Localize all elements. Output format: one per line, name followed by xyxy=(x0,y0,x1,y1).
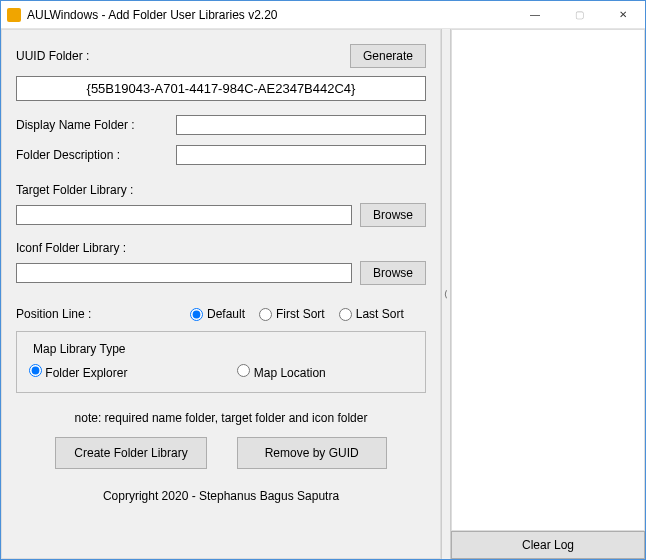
radio-first-sort[interactable]: First Sort xyxy=(259,307,325,321)
display-name-label: Display Name Folder : xyxy=(16,118,176,132)
form-panel: UUID Folder : Generate {55B19043-A701-44… xyxy=(1,29,441,559)
description-label: Folder Description : xyxy=(16,148,176,162)
log-panel: Clear Log xyxy=(451,29,645,559)
maximize-button: ▢ xyxy=(557,1,601,29)
target-browse-button[interactable]: Browse xyxy=(360,203,426,227)
radio-map-location[interactable]: Map Location xyxy=(237,364,325,380)
remove-button[interactable]: Remove by GUID xyxy=(237,437,387,469)
map-type-fieldset: Map Library Type Folder Explorer Map Loc… xyxy=(16,331,426,393)
create-button[interactable]: Create Folder Library xyxy=(55,437,206,469)
clear-log-button[interactable]: Clear Log xyxy=(451,531,645,559)
minimize-button[interactable]: — xyxy=(513,1,557,29)
body: UUID Folder : Generate {55B19043-A701-44… xyxy=(1,29,645,559)
close-button[interactable]: ✕ xyxy=(601,1,645,29)
log-area[interactable] xyxy=(451,29,645,531)
radio-last-sort[interactable]: Last Sort xyxy=(339,307,404,321)
display-name-input[interactable] xyxy=(176,115,426,135)
app-window: AULWindows - Add Folder User Libraries v… xyxy=(0,0,646,560)
target-label: Target Folder Library : xyxy=(16,183,426,197)
target-input[interactable] xyxy=(16,205,352,225)
note-text: note: required name folder, target folde… xyxy=(16,411,426,425)
iconf-browse-button[interactable]: Browse xyxy=(360,261,426,285)
iconf-input[interactable] xyxy=(16,263,352,283)
splitter[interactable] xyxy=(441,29,451,559)
description-input[interactable] xyxy=(176,145,426,165)
position-label: Position Line : xyxy=(16,307,176,321)
iconf-label: Iconf Folder Library : xyxy=(16,241,426,255)
uuid-display[interactable]: {55B19043-A701-4417-984C-AE2347B442C4} xyxy=(16,76,426,101)
app-icon xyxy=(7,8,21,22)
radio-default[interactable]: Default xyxy=(190,307,245,321)
radio-folder-explorer[interactable]: Folder Explorer xyxy=(29,364,127,380)
uuid-label: UUID Folder : xyxy=(16,49,176,63)
titlebar: AULWindows - Add Folder User Libraries v… xyxy=(1,1,645,29)
window-title: AULWindows - Add Folder User Libraries v… xyxy=(27,8,513,22)
copyright-text: Copryright 2020 - Stephanus Bagus Saputr… xyxy=(16,489,426,503)
generate-button[interactable]: Generate xyxy=(350,44,426,68)
map-type-legend: Map Library Type xyxy=(29,342,130,356)
